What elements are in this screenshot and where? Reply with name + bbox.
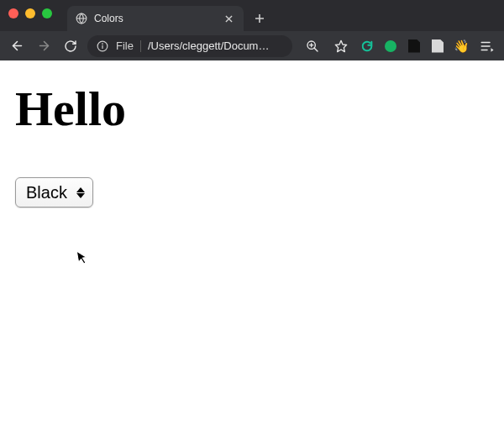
toolbar-right: 👋 [299, 36, 497, 56]
select-arrows-icon [76, 187, 86, 198]
svg-marker-12 [491, 48, 494, 52]
window-controls [8, 8, 52, 18]
toolbar: File /Users/cleggett/Docum… [0, 31, 504, 60]
green-dot-extension-icon[interactable] [383, 39, 398, 54]
address-bar[interactable]: File /Users/cleggett/Docum… [87, 35, 292, 57]
dark-doc-extension-icon[interactable] [407, 39, 422, 54]
forward-button[interactable] [34, 36, 54, 56]
tab-title: Colors [94, 13, 215, 24]
color-select[interactable]: Black [15, 177, 93, 207]
site-info-icon[interactable] [96, 39, 109, 53]
grammarly-extension-icon[interactable] [360, 39, 375, 54]
back-button[interactable] [7, 36, 27, 56]
light-doc-extension-icon[interactable] [430, 39, 445, 54]
bookmark-star-icon[interactable] [331, 36, 351, 56]
address-path: /Users/cleggett/Docum… [148, 39, 284, 52]
reload-button[interactable] [60, 36, 81, 56]
zoom-icon[interactable] [302, 36, 323, 56]
browser-tab[interactable]: Colors [67, 6, 244, 31]
address-separator [140, 40, 141, 52]
close-window-button[interactable] [8, 8, 18, 18]
close-tab-button[interactable] [222, 12, 235, 25]
playlist-icon[interactable] [477, 36, 497, 56]
color-select-value: Black [26, 183, 67, 202]
titlebar: Colors [0, 0, 504, 31]
wave-extension-icon[interactable]: 👋 [454, 39, 469, 54]
svg-point-3 [102, 43, 103, 44]
zoom-window-button[interactable] [42, 8, 52, 18]
minimize-window-button[interactable] [25, 8, 35, 18]
browser-chrome: Colors [0, 0, 504, 60]
new-tab-button[interactable] [249, 8, 270, 29]
svg-marker-8 [335, 40, 346, 51]
svg-line-5 [314, 48, 318, 51]
address-scheme: File [116, 39, 134, 52]
tab-strip: Colors [67, 0, 270, 31]
page-heading: Hello [15, 81, 489, 137]
globe-icon [76, 13, 87, 24]
page-content: Hello Black [0, 60, 504, 228]
cursor-icon [76, 249, 91, 269]
